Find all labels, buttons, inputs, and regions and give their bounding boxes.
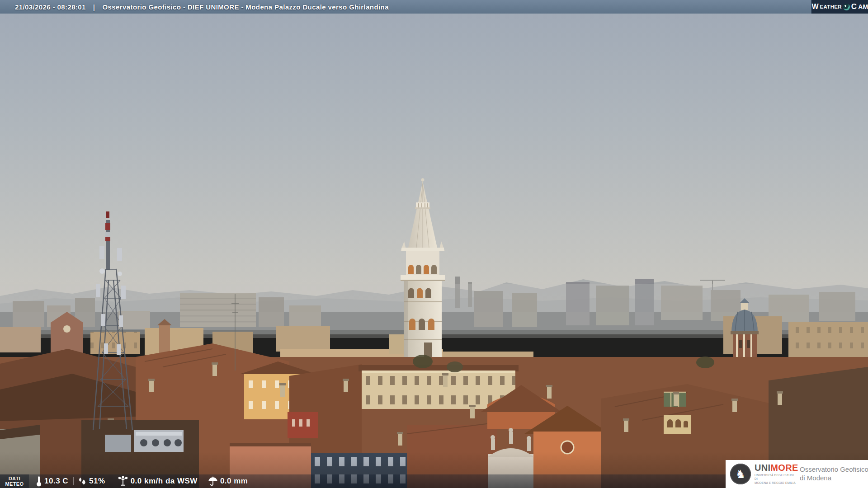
temperature-value: 10.3 C <box>44 477 68 486</box>
observatory-name-line2: di Modena <box>800 474 868 483</box>
weathercam-logo: WEATHER CAM <box>811 0 868 14</box>
weathercam-word1-rest: EATHER <box>820 4 842 9</box>
weather-label-line1: DATI <box>9 476 20 481</box>
webcam-frame: 21/03/2026 - 08:28:01 | Osservatorio Geo… <box>0 0 868 488</box>
unimore-acronym-suffix: MORE <box>770 463 798 473</box>
unimore-wordmark: UNIMORE UNIVERSITÀ DEGLI STUDI DI MODENA… <box>755 463 796 484</box>
water-drops-icon <box>77 476 87 486</box>
weathercam-word1-initial: W <box>812 3 819 11</box>
weathercam-word2-rest: AM <box>858 3 868 10</box>
anemometer-icon <box>117 476 129 487</box>
camera-lens-icon <box>843 4 850 10</box>
weather-data-label: DATI METEO <box>0 474 29 488</box>
precipitation-value: 0.0 mm <box>220 477 248 486</box>
timestamp: 21/03/2026 - 08:28:01 <box>15 3 86 11</box>
weather-label-line2: METEO <box>5 481 24 487</box>
separator: | <box>93 3 95 11</box>
weathercam-word2-initial: C <box>851 2 857 11</box>
observatory-brand-panel: ♞ UNIMORE UNIVERSITÀ DEGLI STUDI DI MODE… <box>726 460 868 488</box>
observatory-name-line1: Osservatorio Geofisico <box>800 465 868 474</box>
humidity-value: 51% <box>89 477 105 486</box>
wind-value: 0.0 km/h da WSW <box>131 477 198 486</box>
umbrella-icon <box>208 476 218 487</box>
thermometer-icon <box>35 475 42 487</box>
camera-title: Osservatorio Geofisico - DIEF UNIMORE - … <box>102 3 388 11</box>
city-photo <box>0 0 868 488</box>
unimore-acronym-prefix: UNI <box>755 463 770 473</box>
observatory-name: Osservatorio Geofisico di Modena <box>800 465 868 483</box>
knight-on-horse-seal-icon: ♞ <box>730 464 751 484</box>
top-info-bar: 21/03/2026 - 08:28:01 | Osservatorio Geo… <box>0 0 868 14</box>
unimore-subtitle-line1: UNIVERSITÀ DEGLI STUDI DI <box>755 474 796 481</box>
unimore-subtitle-line2: MODENA E REGGIO EMILIA <box>755 481 796 485</box>
bar-divider <box>73 477 74 485</box>
